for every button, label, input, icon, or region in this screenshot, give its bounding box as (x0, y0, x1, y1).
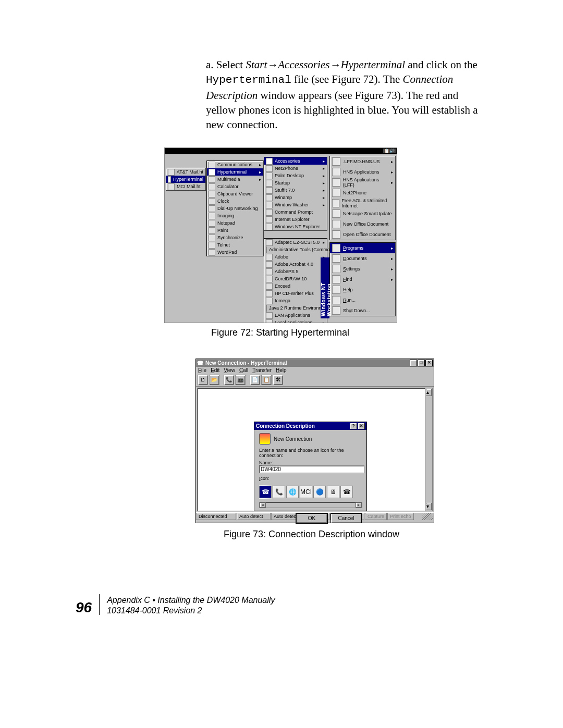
start-shortcut-item[interactable]: Free AOL & Unlimited Internet (330, 198, 395, 208)
accessories-item[interactable]: Imaging (207, 212, 263, 219)
programs-common-item[interactable]: AdobePS 5▸ (264, 268, 327, 275)
toolbar-button[interactable]: 🛠 (273, 375, 283, 385)
footer-line1: Appendix C • Installing the DW4020 Manua… (107, 596, 275, 604)
programs-common-item[interactable]: Adobe▸ (264, 253, 327, 261)
toolbar-button[interactable]: 🗋 (198, 375, 208, 385)
start-shortcut-item[interactable]: HNS Applications▸ (330, 167, 395, 177)
start-shortcut-item[interactable]: Open Office Document (330, 229, 395, 240)
connection-icon-option[interactable]: MCI (300, 486, 312, 498)
toolbar-button[interactable]: 📞 (224, 375, 234, 385)
accessories-item[interactable]: Synchronize (207, 234, 263, 241)
menu-call[interactable]: Call (239, 367, 248, 373)
hyperterminal-file-item[interactable]: AT&T Mail.ht (166, 168, 205, 176)
hyperterminal-file-label: AT&T Mail.ht (177, 169, 203, 175)
start-shortcut-item[interactable]: HNS Applications (LFF)▸ (330, 177, 395, 188)
programs-item[interactable]: StuffIt 7.0▸ (264, 187, 327, 194)
programs-item[interactable]: Winamp▸ (264, 194, 327, 201)
programs-item[interactable]: Internet Explorer (264, 216, 327, 223)
accessories-item[interactable]: WordPad (207, 249, 263, 256)
programs-common-item[interactable]: Java 2 Runtime Environment▸ (264, 304, 327, 312)
accessories-item[interactable]: Dial-Up Networking (207, 205, 263, 212)
accessories-item[interactable]: Paint (207, 227, 263, 234)
instruction-paragraph: a. Select Start→Accessories→Hypertermina… (206, 57, 485, 132)
start-main-item[interactable]: Run... (330, 295, 395, 305)
status-print-echo: Print echo (387, 513, 414, 520)
icon-chooser[interactable]: ☎📞🌐MCI🔵🖥☎ (259, 482, 361, 502)
folder-icon (266, 180, 273, 187)
programs-common-item[interactable]: Adaptec EZ-SCSI 5.0▸ (264, 239, 327, 246)
close-button[interactable]: ✕ (425, 360, 433, 366)
scroll-down-button[interactable]: ▾ (426, 503, 432, 510)
accessories-item[interactable]: Telnet (207, 241, 263, 249)
maximize-button[interactable]: □ (418, 360, 425, 366)
programs-item[interactable]: Command Prompt (264, 208, 327, 216)
menu-help[interactable]: Help (276, 367, 287, 373)
dialog-close-button[interactable]: ✕ (358, 423, 365, 429)
accessories-item[interactable]: Multimedia▸ (207, 176, 263, 183)
start-main-item[interactable]: Settings▸ (330, 264, 395, 274)
toolbar-button[interactable]: 📂 (209, 375, 219, 385)
programs-common-item[interactable]: Administrative Tools (Common)▸ (264, 246, 327, 253)
minimize-button[interactable]: _ (410, 360, 417, 366)
programs-common-label: Adaptec EZ-SCSI 5.0 (275, 240, 320, 245)
start-shortcut-item[interactable]: Net2Phone (330, 188, 395, 198)
programs-common-item[interactable]: CorelDRAW 10▸ (264, 275, 327, 282)
start-shortcut-item[interactable]: New Office Document (330, 219, 395, 229)
scroll-up-button[interactable]: ▴ (426, 389, 432, 396)
name-input[interactable] (259, 465, 364, 473)
start-main-item[interactable]: Programs▸ (330, 243, 395, 253)
start-shortcut-item[interactable]: Netscape SmartUpdate (330, 208, 395, 219)
accessories-item[interactable]: Communications▸ (207, 161, 263, 168)
connection-icon-option[interactable]: 📞 (273, 486, 285, 498)
programs-item[interactable]: Net2Phone▸ (264, 165, 327, 172)
vertical-scrollbar[interactable]: ▴ ▾ (425, 388, 432, 511)
programs-item[interactable]: Accessories▸ (264, 157, 327, 165)
programs-common-item[interactable]: HP CD-Writer Plus▸ (264, 290, 327, 297)
resize-grip-icon[interactable] (422, 513, 433, 520)
programs-item[interactable]: Windows NT Explorer (264, 223, 327, 230)
toolbar-button[interactable]: 📋 (261, 375, 272, 385)
programs-common-item[interactable]: Exceed▸ (264, 282, 327, 290)
programs-common-item[interactable]: Iomega▸ (264, 297, 327, 304)
toolbar-button[interactable]: 📠 (235, 375, 246, 385)
icon-label: Icon: (259, 476, 362, 481)
ok-button[interactable]: OK (296, 513, 327, 523)
connection-icon-option[interactable]: ☎ (259, 486, 272, 498)
start-main-item[interactable]: Help (330, 285, 395, 295)
menu-file[interactable]: File (198, 367, 206, 373)
submenu-arrow-icon: ▸ (391, 246, 393, 251)
menu-transfer[interactable]: Transfer (252, 367, 272, 373)
icon-chooser-scrollbar[interactable]: ◂ ▸ (259, 502, 362, 508)
menu-edit[interactable]: Edit (211, 367, 219, 373)
start-main-item[interactable]: Find▸ (330, 274, 395, 285)
programs-common-item[interactable]: Adobe Acrobat 4.0▸ (264, 261, 327, 268)
connection-icon-option[interactable]: ☎ (340, 486, 353, 498)
connection-icon-option[interactable]: 🌐 (286, 486, 299, 498)
file-hyperterminal: Hyperterminal (206, 74, 291, 86)
menu-view[interactable]: View (224, 367, 235, 373)
programs-item[interactable]: Window Washer▸ (264, 201, 327, 208)
accessories-item[interactable]: Clock (207, 198, 263, 205)
connection-icon-option[interactable]: 🖥 (327, 486, 339, 498)
scroll-left-button[interactable]: ◂ (260, 502, 266, 508)
programs-item[interactable]: Startup▸ (264, 179, 327, 187)
accessories-item[interactable]: Clipboard Viewer (207, 190, 263, 198)
accessories-item[interactable]: Calculator (207, 183, 263, 190)
folder-icon (266, 319, 273, 324)
start-main-item[interactable]: Documents▸ (330, 253, 395, 264)
accessories-item[interactable]: Hyperterminal▸ (207, 168, 263, 176)
hyperterminal-file-item[interactable]: HyperTerminal (166, 176, 205, 183)
programs-common-item[interactable]: Local Applications▸ (264, 319, 327, 323)
connection-icon-option[interactable]: 🔵 (313, 486, 326, 498)
scroll-right-button[interactable]: ▸ (356, 502, 362, 508)
hyperterminal-file-item[interactable]: MCI Mail.ht (166, 183, 205, 190)
cancel-button[interactable]: Cancel (331, 513, 362, 523)
dialog-help-button[interactable]: ? (350, 423, 357, 429)
start-shortcut-label: HNS Applications (343, 169, 380, 175)
toolbar-button[interactable]: 📄 (250, 375, 260, 385)
start-main-item[interactable]: Shut Down... (330, 305, 395, 316)
accessories-item[interactable]: Notepad (207, 219, 263, 227)
programs-common-item[interactable]: LAN Applications▸ (264, 312, 327, 319)
programs-item[interactable]: Palm Desktop▸ (264, 172, 327, 179)
start-shortcut-item[interactable]: .LFF.MD.HNS.US▸ (330, 156, 395, 167)
